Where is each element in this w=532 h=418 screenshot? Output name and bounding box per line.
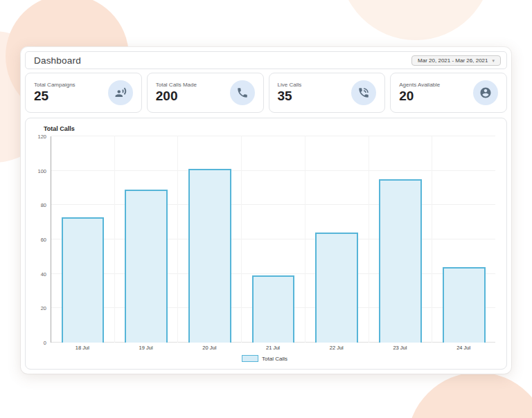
account-circle-icon (473, 80, 498, 105)
y-tick-label: 60 (41, 237, 46, 243)
phone-in-talk-icon (351, 80, 376, 105)
x-tick-label: 19 Jul (114, 345, 178, 351)
date-range-label: Mar 20, 2021 - Mar 26, 2021 (418, 57, 488, 64)
stat-card-total-calls-made: Total Calls Made 200 (147, 73, 264, 113)
y-tick-label: 0 (44, 340, 46, 346)
background-circle-bottom-right (407, 372, 532, 418)
stat-value: 20 (399, 89, 440, 104)
stat-card-agents-available: Agents Available 20 (390, 73, 507, 113)
category-column (242, 136, 305, 343)
dashboard-card: Dashboard Mar 20, 2021 - Mar 26, 2021 ▾ … (21, 47, 511, 374)
plot-area (51, 136, 495, 343)
y-tick-label: 100 (37, 167, 46, 174)
stat-text: Live Calls 35 (278, 82, 302, 104)
stat-label: Live Calls (278, 82, 302, 88)
chart-body: 020406080100120 (34, 136, 495, 343)
x-tick-label: 23 Jul (369, 345, 432, 351)
bar-24-jul[interactable] (443, 267, 486, 343)
bar-22-jul[interactable] (315, 233, 358, 343)
bar-19-jul[interactable] (125, 190, 168, 343)
background-circle-top-right (339, 0, 492, 40)
category-column (369, 136, 433, 343)
bar-21-jul[interactable] (252, 275, 295, 343)
record-voice-over-icon (108, 80, 133, 105)
legend-swatch (242, 355, 258, 362)
stat-card-total-campaigns: Total Campaigns 25 (25, 73, 142, 113)
y-tick-label: 40 (41, 271, 46, 277)
stat-text: Total Calls Made 200 (156, 82, 197, 104)
total-calls-chart-card: Total Calls 020406080100120 18 Jul19 Jul… (25, 118, 507, 370)
header-bar: Dashboard Mar 20, 2021 - Mar 26, 2021 ▾ (25, 51, 507, 69)
x-tick-label: 21 Jul (241, 345, 305, 351)
stat-text: Agents Available 20 (399, 82, 440, 104)
bar-20-jul[interactable] (188, 169, 231, 343)
category-column (432, 136, 495, 343)
stat-value: 25 (34, 89, 76, 104)
stat-value: 200 (156, 89, 197, 104)
category-column (115, 136, 179, 343)
y-axis-labels: 020406080100120 (34, 136, 51, 343)
page-title: Dashboard (34, 55, 81, 66)
bar-18-jul[interactable] (62, 217, 105, 343)
stat-value: 35 (278, 89, 302, 104)
x-tick-label: 24 Jul (432, 345, 495, 351)
stat-label: Agents Available (399, 82, 440, 88)
stats-row: Total Campaigns 25 Total Calls Made 200 … (25, 73, 507, 113)
stat-card-live-calls: Live Calls 35 (269, 73, 386, 113)
bar-23-jul[interactable] (379, 179, 422, 343)
y-tick-label: 20 (41, 305, 46, 311)
legend-item-total-calls[interactable]: Total Calls (34, 355, 495, 362)
y-tick-label: 80 (41, 202, 46, 208)
columns-layer (51, 136, 495, 343)
category-column (178, 136, 242, 343)
chart-title: Total Calls (44, 125, 495, 132)
chevron-down-icon: ▾ (492, 58, 495, 63)
stat-label: Total Campaigns (34, 82, 76, 88)
category-column (305, 136, 369, 343)
y-tick-label: 120 (37, 134, 46, 140)
legend-label: Total Calls (262, 356, 287, 362)
stat-label: Total Calls Made (156, 82, 197, 88)
x-tick-label: 18 Jul (51, 345, 114, 351)
x-tick-label: 22 Jul (305, 345, 369, 351)
date-range-button[interactable]: Mar 20, 2021 - Mar 26, 2021 ▾ (411, 55, 501, 66)
x-tick-label: 20 Jul (177, 345, 241, 351)
stat-text: Total Campaigns 25 (34, 82, 76, 104)
x-axis-labels: 18 Jul19 Jul20 Jul21 Jul22 Jul23 Jul24 J… (51, 345, 495, 351)
phone-icon (230, 80, 255, 105)
category-column (51, 136, 115, 343)
